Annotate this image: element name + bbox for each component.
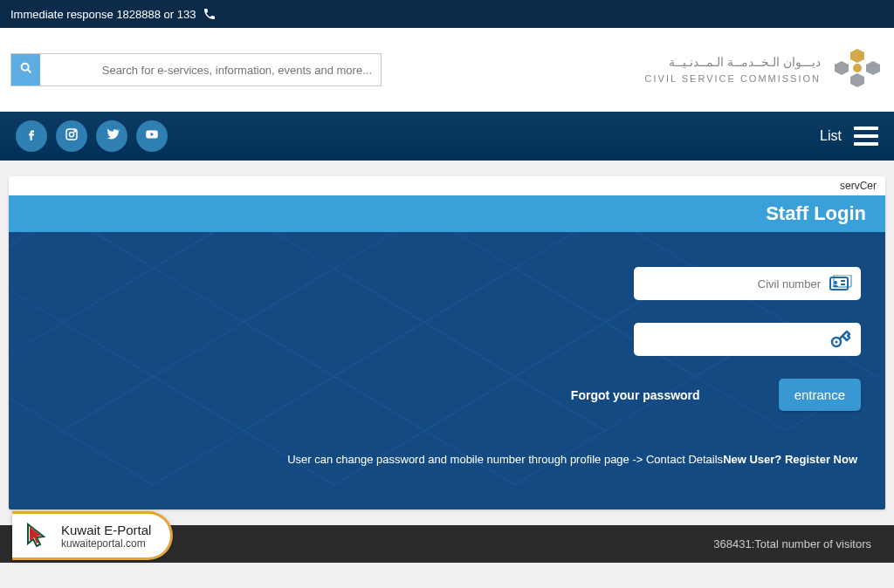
social-links: [16, 120, 168, 152]
civil-number-field[interactable]: [634, 267, 861, 300]
svg-point-0: [21, 64, 28, 71]
servcer-label: servCer: [9, 176, 885, 195]
twitter-icon: [104, 126, 120, 146]
hamburger-menu[interactable]: [854, 126, 878, 146]
search-button[interactable]: [11, 54, 40, 85]
youtube-icon: [144, 126, 160, 146]
profile-note: User can change password and mobile numb…: [287, 453, 723, 466]
topbar: Immediate response 1828888 or 133: [0, 0, 894, 28]
youtube-link[interactable]: [136, 120, 168, 152]
portal-sub: kuwaiteportal.com: [61, 537, 151, 550]
hamburger-line-icon: [854, 126, 878, 130]
login-card: servCer Staff Login: [9, 176, 885, 509]
svg-marker-4: [866, 61, 880, 75]
portal-title: Kuwait E-Portal: [61, 523, 151, 537]
card-title: Staff Login: [9, 195, 885, 232]
cursor-icon: [23, 521, 52, 550]
password-input[interactable]: [643, 333, 821, 346]
svg-point-8: [69, 132, 73, 136]
logo: ديـــوان الـخــدمــة الـمــدنـيــة CIVIL…: [645, 44, 884, 96]
svg-marker-3: [835, 61, 849, 75]
header: ديـــوان الـخــدمــة الـمــدنـيــة CIVIL…: [0, 28, 894, 112]
facebook-icon: [24, 126, 39, 146]
portal-badge[interactable]: Kuwait E-Portal kuwaiteportal.com: [12, 511, 173, 560]
entrance-button[interactable]: entrance: [779, 379, 861, 411]
logo-text-english: CIVIL SERVICE COMMISSION: [645, 72, 821, 87]
svg-line-1: [27, 70, 31, 73]
navbar: List: [0, 112, 894, 161]
register-link[interactable]: New User? Register Now: [723, 453, 857, 466]
svg-marker-2: [850, 49, 864, 63]
instagram-icon: [64, 126, 79, 146]
main: servCer Staff Login: [0, 161, 894, 525]
search-input[interactable]: [40, 54, 381, 85]
facebook-link[interactable]: [16, 120, 47, 152]
list-menu-label[interactable]: List: [820, 128, 842, 144]
search-icon: [19, 61, 33, 79]
key-icon: [829, 330, 852, 349]
password-field[interactable]: [634, 323, 861, 356]
svg-marker-5: [850, 73, 864, 87]
forgot-password-link[interactable]: Forgot your password: [571, 388, 700, 402]
hamburger-line-icon: [854, 142, 878, 146]
svg-point-18: [836, 341, 838, 344]
svg-point-6: [853, 64, 862, 72]
hamburger-line-icon: [854, 134, 878, 138]
logo-mark-icon: [831, 44, 884, 96]
id-card-icon: [829, 274, 852, 293]
civil-number-input[interactable]: [643, 277, 821, 291]
immediate-response-text: Immediate response 1828888 or 133: [10, 8, 196, 21]
card-body: Forgot your password entrance User can c…: [9, 232, 885, 509]
search-bar: [10, 53, 382, 86]
visitor-count: 368431:Total number of visitors: [713, 537, 871, 550]
svg-point-9: [74, 131, 76, 133]
twitter-link[interactable]: [96, 120, 127, 152]
phone-icon: [203, 7, 217, 21]
logo-text-arabic: ديـــوان الـخــدمــة الـمــدنـيــة: [645, 52, 821, 72]
instagram-link[interactable]: [56, 120, 87, 152]
